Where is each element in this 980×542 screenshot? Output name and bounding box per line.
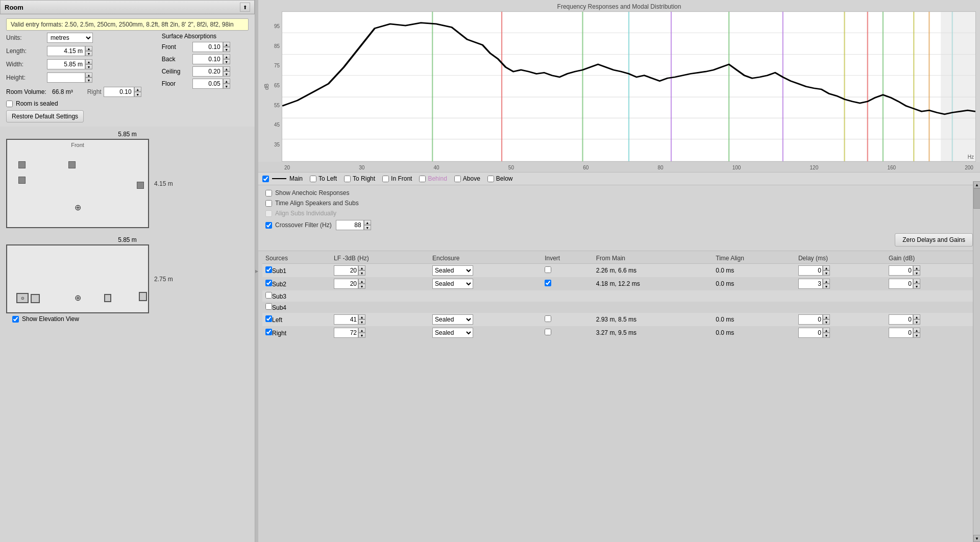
gain-input-sub1[interactable] bbox=[889, 265, 913, 276]
back-abs-input[interactable] bbox=[192, 54, 223, 64]
cb-in-front-check[interactable] bbox=[382, 176, 389, 182]
gain-input-sub2[interactable] bbox=[889, 279, 913, 289]
delay-down[interactable]: ▼ bbox=[823, 319, 830, 325]
src-checkbox-left[interactable] bbox=[265, 315, 272, 322]
collapse-button[interactable]: ⬆ bbox=[240, 3, 250, 12]
delay-up[interactable]: ▲ bbox=[823, 265, 830, 270]
invert-checkbox-sub1[interactable] bbox=[545, 266, 551, 273]
front-abs-input[interactable] bbox=[192, 42, 223, 52]
restore-btn[interactable]: Restore Default Settings bbox=[6, 110, 84, 122]
back-abs-up[interactable]: ▲ bbox=[223, 54, 230, 59]
delay-input-left[interactable] bbox=[798, 314, 823, 325]
lf-down[interactable]: ▼ bbox=[358, 333, 365, 338]
invert-checkbox-right[interactable] bbox=[545, 329, 551, 335]
floor-abs-up[interactable]: ▲ bbox=[223, 79, 230, 84]
length-down-btn[interactable]: ▼ bbox=[85, 51, 92, 56]
scroll-thumb[interactable] bbox=[973, 188, 980, 209]
room-sealed-checkbox[interactable] bbox=[6, 101, 13, 107]
enclosure-select-sub1[interactable]: SealedPortedBandpass bbox=[432, 265, 473, 276]
right-scrollbar[interactable]: ▲ ▼ bbox=[973, 181, 980, 542]
gain-up[interactable]: ▲ bbox=[913, 265, 920, 270]
ceiling-abs-down[interactable]: ▼ bbox=[223, 71, 230, 77]
lf-up[interactable]: ▲ bbox=[358, 265, 365, 270]
enclosure-select-sub2[interactable]: SealedPortedBandpass bbox=[432, 279, 473, 289]
delay-up[interactable]: ▲ bbox=[823, 279, 830, 284]
src-checkbox-sub4[interactable] bbox=[265, 303, 272, 310]
gain-down[interactable]: ▼ bbox=[913, 270, 920, 276]
cb-to-right-check[interactable] bbox=[344, 176, 351, 182]
floor-abs-down[interactable]: ▼ bbox=[223, 84, 230, 89]
gain-up[interactable]: ▲ bbox=[913, 328, 920, 333]
src-checkbox-right[interactable] bbox=[265, 329, 272, 335]
gain-down[interactable]: ▼ bbox=[913, 284, 920, 289]
delay-down[interactable]: ▼ bbox=[823, 333, 830, 338]
src-checkbox-sub3[interactable] bbox=[265, 292, 272, 299]
units-select[interactable]: metres feet bbox=[47, 33, 93, 43]
source-name-label: Left bbox=[272, 316, 282, 324]
length-input[interactable] bbox=[47, 46, 85, 56]
lf-up[interactable]: ▲ bbox=[358, 314, 365, 319]
front-abs-up[interactable]: ▲ bbox=[223, 42, 230, 47]
back-abs-down[interactable]: ▼ bbox=[223, 59, 230, 64]
width-down-btn[interactable]: ▼ bbox=[85, 64, 92, 69]
lf-down[interactable]: ▼ bbox=[358, 319, 365, 325]
floor-abs-input[interactable] bbox=[192, 79, 223, 89]
time-align-checkbox[interactable] bbox=[265, 200, 272, 207]
gain-input-right[interactable] bbox=[889, 328, 913, 338]
lf3db-input-sub2[interactable] bbox=[334, 279, 358, 289]
crossover-checkbox[interactable] bbox=[265, 222, 272, 229]
lf3db-input-left[interactable] bbox=[334, 314, 358, 325]
show-elevation-checkbox[interactable] bbox=[12, 316, 19, 323]
delay-down[interactable]: ▼ bbox=[823, 270, 830, 276]
cb-below-check[interactable] bbox=[487, 176, 494, 182]
height-up-btn[interactable]: ▲ bbox=[85, 72, 92, 78]
crossover-up[interactable]: ▲ bbox=[364, 220, 371, 225]
right-absorption-input[interactable] bbox=[104, 87, 134, 97]
invert-checkbox-left[interactable] bbox=[545, 315, 551, 322]
width-input[interactable] bbox=[47, 59, 85, 69]
scroll-up-arrow[interactable]: ▲ bbox=[973, 181, 980, 188]
scroll-down-arrow[interactable]: ▼ bbox=[973, 535, 980, 542]
gain-down[interactable]: ▼ bbox=[913, 319, 920, 325]
height-down-btn[interactable]: ▼ bbox=[85, 78, 92, 83]
right-abs-down-btn[interactable]: ▼ bbox=[134, 92, 141, 97]
delay-input-sub1[interactable] bbox=[798, 265, 823, 276]
invert-checkbox-sub2[interactable] bbox=[545, 280, 551, 286]
delay-input-sub2[interactable] bbox=[798, 279, 823, 289]
delay-down[interactable]: ▼ bbox=[823, 284, 830, 289]
length-up-btn[interactable]: ▲ bbox=[85, 46, 92, 51]
gain-up[interactable]: ▲ bbox=[913, 314, 920, 319]
lf-down[interactable]: ▼ bbox=[358, 284, 365, 289]
crossover-input[interactable] bbox=[336, 220, 364, 230]
enclosure-select-left[interactable]: SealedPortedBandpass bbox=[432, 314, 473, 325]
delay-input-right[interactable] bbox=[798, 328, 823, 338]
lf-down[interactable]: ▼ bbox=[358, 270, 365, 276]
cb-behind-check[interactable] bbox=[419, 176, 426, 182]
lf-up[interactable]: ▲ bbox=[358, 279, 365, 284]
lf3db-input-sub1[interactable] bbox=[334, 265, 358, 276]
cb-main-check[interactable] bbox=[262, 176, 269, 182]
delay-up[interactable]: ▲ bbox=[823, 314, 830, 319]
cb-to-left-check[interactable] bbox=[310, 176, 316, 182]
delay-up[interactable]: ▲ bbox=[823, 328, 830, 333]
front-abs-down[interactable]: ▼ bbox=[223, 47, 230, 52]
gain-input-left[interactable] bbox=[889, 314, 913, 325]
anechoic-checkbox[interactable] bbox=[265, 190, 272, 196]
width-up-btn[interactable]: ▲ bbox=[85, 59, 92, 64]
crossover-down[interactable]: ▼ bbox=[364, 225, 371, 230]
ceiling-abs-input[interactable] bbox=[192, 66, 223, 77]
gain-up[interactable]: ▲ bbox=[913, 279, 920, 284]
gain-down[interactable]: ▼ bbox=[913, 333, 920, 338]
right-abs-up-btn[interactable]: ▲ bbox=[134, 87, 141, 92]
height-input[interactable] bbox=[47, 72, 85, 83]
lf3db-input-right[interactable] bbox=[334, 328, 358, 338]
src-checkbox-sub1[interactable] bbox=[265, 266, 272, 273]
src-checkbox-sub2[interactable] bbox=[265, 280, 272, 286]
ceiling-abs-up[interactable]: ▲ bbox=[223, 66, 230, 71]
enclosure-select-right[interactable]: SealedPortedBandpass bbox=[432, 328, 473, 338]
align-subs-checkbox[interactable] bbox=[265, 210, 272, 217]
zero-delays-btn[interactable]: Zero Delays and Gains bbox=[895, 233, 973, 247]
cb-above-check[interactable] bbox=[454, 176, 461, 182]
lf-up[interactable]: ▲ bbox=[358, 328, 365, 333]
zero-delays-row: Zero Delays and Gains bbox=[265, 233, 973, 247]
